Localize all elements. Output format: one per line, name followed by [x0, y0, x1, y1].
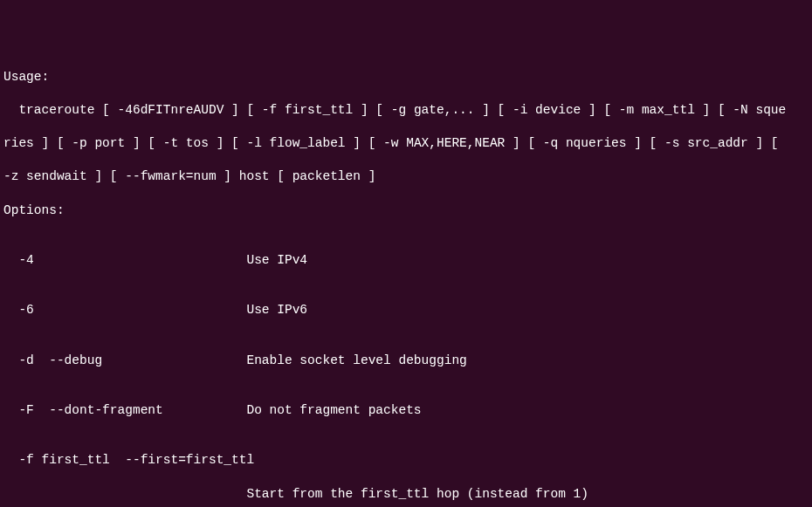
option-debug: -d --debugEnable socket level debugging [3, 353, 809, 369]
option-first-ttl-desc: Start from the first_ttl hop (instead fr… [3, 486, 809, 503]
options-header: Options: [3, 202, 809, 219]
option-desc: Use IPv6 [246, 302, 307, 319]
option-ipv6: -6Use IPv6 [3, 302, 809, 319]
option-flag: -4 [3, 252, 246, 269]
option-flag: -d --debug [3, 353, 246, 369]
option-ipv4: -4Use IPv4 [3, 252, 809, 269]
usage-synopsis-line3: -z sendwait ] [ --fwmark=num ] host [ pa… [3, 168, 809, 185]
option-flag: -6 [3, 302, 246, 319]
option-flag: -F --dont-fragment [3, 402, 246, 419]
usage-header: Usage: [3, 69, 809, 86]
option-desc: Do not fragment packets [246, 402, 421, 419]
option-first-ttl-flag: -f first_ttl --first=first_ttl [3, 452, 809, 469]
usage-synopsis-line1: traceroute [ -46dFITnreAUDV ] [ -f first… [3, 102, 809, 119]
option-desc: Use IPv4 [246, 252, 307, 269]
option-dont-fragment: -F --dont-fragmentDo not fragment packet… [3, 402, 809, 419]
option-desc: Enable socket level debugging [246, 353, 466, 369]
usage-synopsis-line2: ries ] [ -p port ] [ -t tos ] [ -l flow_… [3, 135, 809, 152]
